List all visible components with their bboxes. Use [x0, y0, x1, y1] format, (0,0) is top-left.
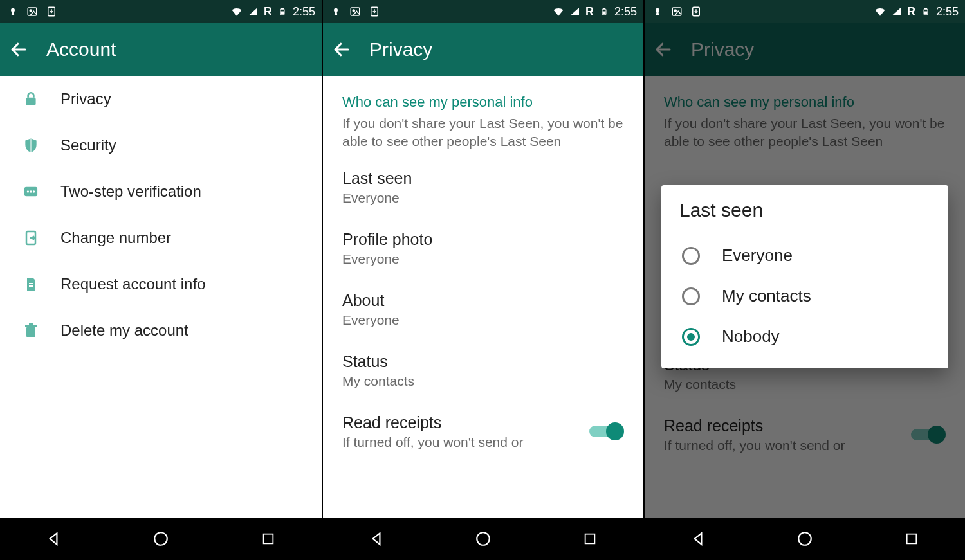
radio-unselected-icon [682, 287, 700, 305]
phone-account: R 2:55 Account Privacy Security Two-step… [0, 0, 322, 560]
status-bar: R 2:55 [645, 0, 965, 23]
dialog-option-nobody[interactable]: Nobody [679, 316, 930, 357]
list-item-label: Two-step verification [60, 183, 201, 201]
phone-privacy: R 2:55 Privacy Who can see my personal i… [322, 0, 643, 560]
download-icon [690, 5, 703, 18]
radio-selected-icon [682, 328, 700, 346]
svg-rect-26 [603, 12, 605, 14]
battery-icon [276, 5, 289, 18]
clock: 2:55 [614, 5, 637, 19]
svg-rect-25 [603, 8, 605, 10]
svg-rect-28 [585, 534, 595, 544]
svg-point-11 [33, 190, 35, 192]
lock-icon [22, 91, 40, 107]
account-item-two-step[interactable]: Two-step verification [0, 168, 322, 215]
signal-icon [247, 5, 260, 18]
pref-last-seen[interactable]: Last seen Everyone [323, 156, 643, 217]
wifi-icon [230, 5, 243, 18]
keyhole-icon [651, 5, 664, 18]
sim-arrow-icon [22, 229, 40, 247]
nav-back[interactable] [42, 527, 65, 550]
svg-rect-37 [907, 534, 917, 544]
read-receipts-switch[interactable] [589, 422, 624, 440]
section-subtext: If you don't share your Last Seen, you w… [323, 114, 643, 156]
svg-point-22 [353, 10, 354, 12]
svg-rect-1 [28, 8, 37, 15]
shield-icon [22, 137, 40, 154]
roaming-indicator: R [585, 5, 594, 19]
svg-rect-16 [25, 325, 37, 327]
list-item-label: Privacy [60, 90, 111, 108]
pref-read-receipts[interactable]: Read receipts If turned off, you won't s… [323, 401, 643, 462]
signal-icon [569, 5, 582, 18]
pref-title: Read receipts [342, 413, 523, 432]
svg-point-10 [30, 190, 32, 192]
pref-title: Profile photo [342, 230, 624, 249]
app-bar: Privacy [323, 23, 643, 76]
svg-rect-35 [924, 12, 927, 14]
download-icon [368, 5, 381, 18]
wifi-icon [874, 5, 887, 18]
last-seen-dialog: Last seen Everyone My contacts Nobody [661, 185, 948, 368]
svg-point-27 [477, 532, 490, 545]
account-item-request-info[interactable]: Request account info [0, 261, 322, 307]
page-title: Account [46, 39, 116, 60]
svg-rect-7 [26, 98, 35, 105]
trash-icon [22, 321, 40, 339]
account-item-delete[interactable]: Delete my account [0, 307, 322, 354]
nav-home[interactable] [472, 527, 495, 550]
nav-recents[interactable] [578, 527, 602, 550]
account-item-privacy[interactable]: Privacy [0, 76, 322, 122]
radio-unselected-icon [682, 247, 700, 265]
app-bar: Account [0, 23, 322, 76]
svg-point-0 [11, 8, 15, 12]
wifi-icon [552, 5, 565, 18]
nav-back[interactable] [365, 527, 388, 550]
status-bar: R 2:55 [0, 0, 322, 23]
nav-back[interactable] [686, 527, 710, 550]
dialog-option-everyone[interactable]: Everyone [679, 235, 930, 276]
android-nav-bar [645, 518, 965, 560]
battery-icon [919, 5, 932, 18]
keyhole-icon [329, 5, 342, 18]
image-icon [26, 5, 39, 18]
list-item-label: Delete my account [60, 321, 188, 339]
pref-title: Last seen [342, 169, 624, 188]
dialog-title: Last seen [679, 199, 930, 221]
image-icon [670, 5, 683, 18]
clock: 2:55 [936, 5, 959, 19]
nav-recents[interactable] [257, 527, 280, 550]
account-item-security[interactable]: Security [0, 122, 322, 168]
page-title: Privacy [369, 39, 432, 60]
dialog-option-my-contacts[interactable]: My contacts [679, 276, 930, 316]
clock: 2:55 [293, 5, 315, 19]
pref-title: About [342, 291, 624, 310]
nav-home[interactable] [793, 527, 816, 550]
dialog-option-label: Nobody [722, 327, 780, 347]
status-bar: R 2:55 [323, 0, 643, 23]
pref-value: My contacts [342, 374, 624, 389]
pref-status[interactable]: Status My contacts [323, 339, 643, 401]
svg-rect-14 [29, 285, 33, 287]
nav-recents[interactable] [900, 527, 923, 550]
svg-rect-34 [924, 8, 926, 10]
svg-point-20 [334, 8, 338, 12]
image-icon [349, 5, 362, 18]
pref-value: Everyone [342, 251, 624, 267]
pref-profile-photo[interactable]: Profile photo Everyone [323, 217, 643, 278]
pref-title: Status [342, 352, 624, 371]
back-button[interactable] [9, 40, 28, 59]
nav-home[interactable] [149, 527, 172, 550]
pref-value: Everyone [342, 190, 624, 206]
account-item-change-number[interactable]: Change number [0, 215, 322, 261]
svg-point-2 [30, 10, 32, 12]
svg-rect-21 [351, 8, 360, 15]
back-button[interactable] [332, 40, 351, 59]
download-icon [45, 5, 58, 18]
document-icon [22, 275, 40, 293]
dialog-scrim[interactable]: Last seen Everyone My contacts Nobody [645, 23, 965, 518]
android-nav-bar [323, 518, 643, 560]
svg-point-36 [798, 532, 811, 545]
phone-privacy-dialog: R 2:55 Privacy Who can see my personal i… [643, 0, 965, 560]
pref-about[interactable]: About Everyone [323, 278, 643, 339]
